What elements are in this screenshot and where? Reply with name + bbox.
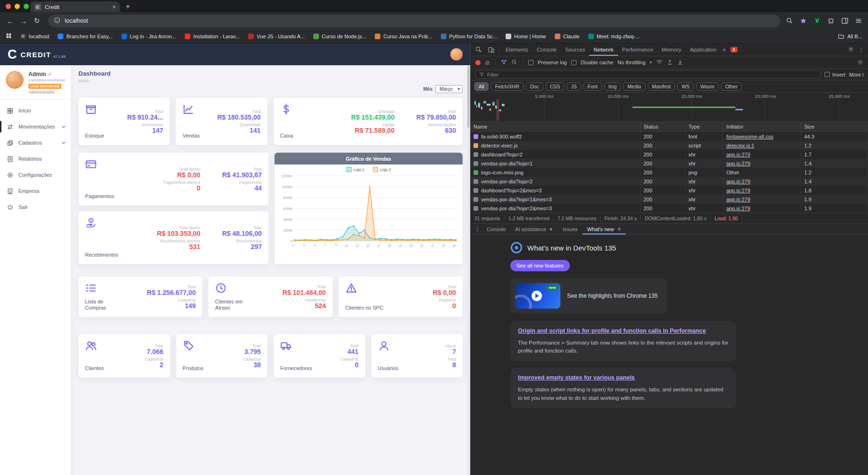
bookmark-item[interactable]: Curso Java na Prát... [375,34,432,39]
filter-chip-img[interactable]: Img [604,82,621,91]
highlight-card[interactable]: new See the highlights from Chrome 135 [510,278,667,313]
bookmark-item[interactable]: Installation - Larav... [185,34,240,39]
reload-icon[interactable]: ↻ [31,17,43,25]
network-request-row[interactable]: logo-icon-mini.png200pngOther1.2 [471,168,868,177]
bookmark-item[interactable]: Log in - Jira Anron... [121,34,176,39]
devtools-tab-memory[interactable]: Memory [657,43,686,56]
site-info-icon[interactable] [54,17,60,25]
search-lens-icon[interactable] [786,17,793,25]
devtools-tab-network[interactable]: Network [589,43,618,56]
bookmark-item[interactable]: Vue JS - Usando A... [248,34,305,39]
more-tabs-icon[interactable]: » [721,43,728,56]
request-initiator[interactable]: app.js:279 [726,179,750,184]
network-request-row[interactable]: vendas-por-dia?loja=1200xhrapp.js:2791.4 [471,159,868,168]
network-request-row[interactable]: vendas-por-dia?loja=1&mes=3200xhrapp.js:… [471,195,868,204]
network-request-row[interactable]: dashboard?loja=2200xhrapp.js:2791.7 [471,150,868,159]
avatar[interactable] [6,71,24,89]
filter-chip-font[interactable]: Font [584,82,602,91]
invert-filter[interactable]: Invert [825,72,845,78]
sidebar-item-relatorios[interactable]: Relatórios [0,151,71,167]
devtools-menu-icon[interactable]: ⋮ [858,47,864,53]
drawer-tab-ai-assistance[interactable]: AI assistance [510,224,558,234]
column-header-type[interactable]: Type [686,122,723,131]
minimize-window-icon[interactable] [15,4,20,9]
bookmark-item[interactable]: Curso de Node.js... [313,34,366,39]
filter-chip-other[interactable]: Other [721,82,742,91]
sidebar-item-configuracoes[interactable]: Configurações [0,167,71,183]
network-request-row[interactable]: detector-exec.js200scriptdetector.js:11.… [471,141,868,150]
request-initiator[interactable]: app.js:279 [726,206,750,211]
invert-checkbox[interactable] [825,72,830,77]
network-request-row[interactable]: vendas-por-dia?loja=2&mes=3200xhrapp.js:… [471,204,868,213]
filter-chip-wasm[interactable]: Wasm [696,82,718,91]
settings-gear-icon[interactable] [848,46,854,53]
filter-chip-ws[interactable]: WS [677,82,694,91]
devtools-tab-console[interactable]: Console [533,43,561,56]
highlight-video-thumbnail[interactable]: new [515,283,560,309]
request-initiator[interactable]: app.js:279 [726,161,750,166]
devtools-tab-sources[interactable]: Sources [561,43,589,56]
bookmark-item[interactable]: Clocalhost [20,34,49,39]
preserve-log-checkbox[interactable] [528,60,533,65]
filter-chip-css[interactable]: CSS [546,82,565,91]
extensions-puzzle-icon[interactable] [827,17,835,25]
record-button[interactable] [475,60,481,65]
devtools-tab-performance[interactable]: Performance [618,43,658,56]
close-icon[interactable]: × [618,226,621,233]
devtools-tab-application[interactable]: Application [686,43,721,56]
request-initiator[interactable]: detector.js:1 [726,143,754,148]
request-initiator[interactable]: app.js:279 [726,197,750,202]
column-header-name[interactable]: Name [471,122,641,131]
section-heading-link[interactable]: Improved empty states for various panels [518,374,635,381]
sidebar-item-movimentacoes[interactable]: Movimentações [0,119,71,135]
filter-chip-media[interactable]: Media [623,82,645,91]
drawer-menu-icon[interactable]: ⋮ [473,225,482,233]
sidebar-item-sair[interactable]: Sair [0,199,71,215]
bookmark-item[interactable]: Meet: mdg-zfwq-... [588,34,640,39]
import-har-icon[interactable] [667,59,673,66]
sidebar-item-empresa[interactable]: Empresa [0,183,71,199]
see-all-features-button[interactable]: See all new features [510,260,570,271]
drawer-tab-what-s-new[interactable]: What's new× [583,224,626,234]
tab-close-icon[interactable]: × [112,4,116,10]
throttling-select[interactable]: No throttling [618,60,645,65]
address-bar[interactable]: localhost [48,15,780,27]
bookmark-star-icon[interactable] [799,17,807,25]
filter-input[interactable]: Filter [475,70,821,78]
maximize-window-icon[interactable] [24,4,29,9]
side-panel-icon[interactable] [841,17,849,25]
back-icon[interactable]: ← [5,17,16,25]
bookmark-item[interactable]: Python for Data Sc... [441,34,498,39]
clear-network-icon[interactable]: ⊘ [485,60,490,66]
drawer-tab-console[interactable]: Console [482,224,510,234]
error-count-badge[interactable]: 1 [730,47,738,52]
column-header-status[interactable]: Status [641,122,686,131]
new-tab-button[interactable]: + [126,2,130,11]
scrollbar-thumb[interactable] [467,66,470,128]
section-heading-link[interactable]: Origin and script links for profile and … [518,328,706,334]
devtools-tab-elements[interactable]: Elements [501,43,533,56]
month-select[interactable]: Março [435,85,463,93]
bookmark-item[interactable]: Home | Home [506,34,546,39]
network-overview[interactable]: 5,000 ms10,000 ms15,000 ms20,000 ms25,00… [471,93,868,122]
request-initiator[interactable]: app.js:279 [726,188,750,193]
export-har-icon[interactable] [677,59,683,66]
header-avatar[interactable] [450,48,463,60]
preserve-log-label[interactable]: Preserve log [538,60,567,65]
column-header-size[interactable]: Size [801,122,868,131]
column-header-initiator[interactable]: Initiator [723,122,801,131]
request-initiator[interactable]: app.js:279 [726,152,750,157]
filter-chip-all[interactable]: All [474,82,489,91]
forward-icon[interactable]: → [18,17,29,25]
edit-pencil-icon[interactable] [48,72,52,77]
inspect-element-icon[interactable] [473,43,485,56]
disable-cache-label[interactable]: Disable cache [581,60,613,65]
more-filters-button[interactable]: More filters [849,72,863,78]
network-request-row[interactable]: vendas-por-dia?loja=2200xhrapp.js:2791.4 [471,177,868,186]
drawer-tab-issues[interactable]: Issues [558,224,583,234]
browser-tab[interactable]: C Credit × [30,1,120,12]
network-request-row[interactable]: fa-solid-900.woff2200fontfontawesome-all… [471,132,868,141]
bookmark-item[interactable]: Claude [555,34,580,39]
v-extension-icon[interactable]: V [813,17,821,25]
network-settings-icon[interactable] [857,59,863,66]
